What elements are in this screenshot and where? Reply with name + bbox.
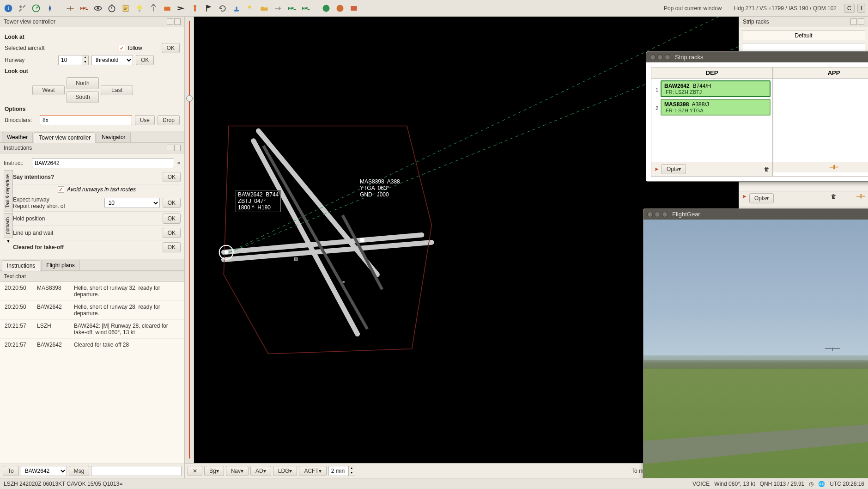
globe-red-icon[interactable] [348, 3, 359, 14]
clear-instruct-icon[interactable]: ✕ [177, 161, 181, 165]
dep-opts-button[interactable]: Opts▾ [662, 164, 686, 174]
bracket-icon[interactable]: ⊣⊢ [829, 164, 838, 171]
trash-icon[interactable]: 🗑 [831, 193, 837, 203]
radar-label-mas8398[interactable]: MAS8398 A388 YTGA 063° GND J000 [358, 177, 402, 199]
trash-icon[interactable]: 🗑 [764, 166, 770, 172]
tab-flight-plans[interactable]: Flight plans [41, 260, 79, 270]
close-icon[interactable] [174, 18, 181, 25]
radar-time-spinner[interactable]: ▲▼ [328, 466, 355, 476]
radar-icon[interactable] [30, 3, 42, 14]
detach-icon[interactable] [850, 18, 857, 25]
popout-label[interactable]: Pop out current window [664, 5, 722, 12]
bracket-icon[interactable]: ⊣⊢ [856, 193, 865, 203]
refresh-icon[interactable] [217, 3, 228, 14]
expect-runway-ok[interactable]: OK [163, 198, 181, 208]
close-icon[interactable] [858, 18, 864, 25]
vtab-taxi[interactable]: Taxi & departure [4, 170, 13, 212]
runway-value[interactable] [59, 55, 82, 65]
c-button[interactable]: C [844, 4, 855, 13]
fpl-green-icon[interactable]: FPL [286, 3, 297, 14]
runway-spinner[interactable]: ▲▼ [58, 55, 89, 65]
globe-orange-icon[interactable] [334, 3, 346, 14]
north-button[interactable]: North [67, 77, 99, 89]
fpl-icon[interactable]: FPL [79, 3, 90, 14]
south-button[interactable]: South [67, 91, 99, 103]
stopwatch-icon[interactable] [106, 3, 117, 14]
tab-instructions[interactable]: Instructions [2, 260, 40, 271]
look-at-ok-button[interactable]: OK [162, 43, 180, 53]
drop-button[interactable]: Drop [158, 115, 180, 125]
west-button[interactable]: West [32, 85, 65, 95]
window-close-icon[interactable] [650, 55, 656, 60]
expect-runway-select[interactable]: 10 [104, 198, 160, 208]
right-opts-button[interactable]: Opts▾ [749, 193, 774, 203]
arrow-icon[interactable]: ➤ [742, 193, 747, 203]
radar-measure-icon[interactable]: ✕ [188, 466, 202, 476]
radar-bg-button[interactable]: Bg▾ [204, 466, 224, 476]
strip-row-1-num: 1 [653, 87, 661, 92]
binoculars-input[interactable] [40, 115, 132, 125]
plane-icon[interactable] [176, 3, 187, 14]
threshold-select[interactable]: threshold [91, 55, 133, 65]
radar-ldg-button[interactable]: LDG▾ [273, 466, 297, 476]
flightgear-window[interactable]: FlightGear [643, 208, 868, 489]
east-button[interactable]: East [101, 85, 133, 95]
tab-navigator[interactable]: Navigator [97, 132, 130, 142]
vtab-approach[interactable]: pproach [4, 213, 13, 238]
flight-strip-mas8398[interactable]: MAS8398 A388/J IFR: LSZH YTGA [661, 99, 771, 116]
detach-icon[interactable] [167, 18, 173, 25]
follow-checkbox[interactable] [119, 45, 125, 51]
instruct-input[interactable] [32, 158, 174, 168]
detach-icon[interactable] [167, 145, 173, 151]
tab-weather[interactable]: Weather [2, 132, 33, 142]
ship-icon[interactable] [231, 3, 242, 14]
radar-acft-button[interactable]: ACFT▾ [299, 466, 326, 476]
flag-icon[interactable] [203, 3, 214, 14]
window-max-icon[interactable] [662, 212, 668, 217]
chat-msg-input[interactable] [91, 466, 182, 476]
compass-icon[interactable] [44, 3, 55, 14]
window-max-icon[interactable] [665, 55, 670, 60]
close-icon[interactable] [174, 145, 181, 151]
flight-strip-baw2642[interactable]: BAW2642 B744/H IFR: LSZH ZBTJ [661, 80, 771, 97]
radar-ad-button[interactable]: AD▾ [250, 466, 271, 476]
tower-icon[interactable] [189, 3, 200, 14]
chat-list[interactable]: 20:20:50MAS8398Hello, short of runway 32… [0, 282, 184, 464]
fpl-green2-icon[interactable]: FPL [300, 3, 311, 14]
tab-tvc[interactable]: Tower view controller [34, 132, 96, 143]
clock-icon: ◷ [809, 481, 813, 487]
weather-icon[interactable] [245, 3, 256, 14]
window-close-icon[interactable] [647, 212, 653, 217]
folder-icon[interactable] [259, 3, 270, 14]
chat-to-select[interactable]: BAW2642 [21, 466, 67, 476]
window-min-icon[interactable] [657, 55, 663, 60]
avoid-runways-checkbox[interactable] [58, 186, 64, 193]
arrow-right-icon[interactable] [273, 3, 284, 14]
eye-icon[interactable] [92, 3, 103, 14]
radar-zoom-slider[interactable] [185, 17, 194, 463]
bulb-icon[interactable] [134, 3, 145, 14]
cleared-takeoff-ok[interactable]: OK [163, 242, 181, 252]
globe-green-icon[interactable] [321, 3, 332, 14]
info-icon[interactable]: i [3, 3, 14, 14]
notepad-icon[interactable] [120, 3, 131, 14]
window-min-icon[interactable] [655, 212, 660, 217]
radar-nav-button[interactable]: Nav▾ [226, 466, 249, 476]
up-icon[interactable]: ▲ [82, 55, 88, 60]
chevron-down-icon[interactable]: ▼ [4, 239, 13, 244]
radar-label-baw2642[interactable]: BAW2642 B744 ZBTJ 047° 1800 ^ H190 [236, 190, 281, 212]
runway-ok-button[interactable]: OK [136, 55, 154, 65]
say-intentions-ok[interactable]: OK [163, 172, 181, 182]
arrow-icon[interactable]: ➤ [654, 166, 659, 172]
flightgear-viewport[interactable] [643, 220, 868, 489]
use-button[interactable]: Use [135, 115, 155, 125]
plane-small-icon[interactable] [65, 3, 76, 14]
antenna-icon[interactable] [148, 3, 159, 14]
i-button[interactable]: I [857, 4, 865, 13]
strip-racks-window[interactable]: Strip racks DEP 1 BAW2642 B744/H [646, 51, 868, 182]
tools-icon[interactable] [17, 3, 28, 14]
hold-position-ok[interactable]: OK [163, 214, 181, 224]
down-icon[interactable]: ▼ [82, 60, 88, 65]
orange-block-icon[interactable] [162, 3, 173, 14]
line-up-ok[interactable]: OK [163, 228, 181, 238]
